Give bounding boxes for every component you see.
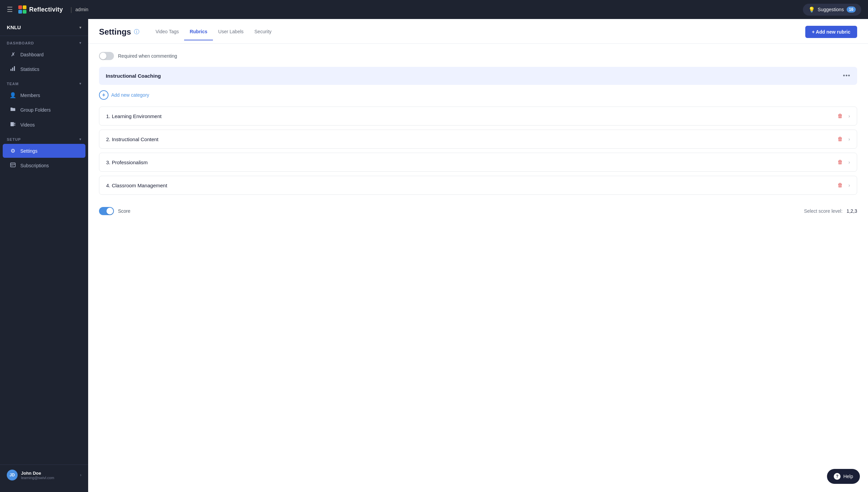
dashboard-section-chevron: ▾ bbox=[79, 41, 81, 45]
svg-rect-5 bbox=[14, 125, 15, 126]
content-body: Required when commenting Instructional C… bbox=[88, 44, 868, 492]
rubric-item-actions-3: 🗑 › bbox=[837, 159, 850, 165]
required-toggle[interactable] bbox=[99, 52, 114, 60]
tab-rubrics[interactable]: Rubrics bbox=[184, 29, 213, 40]
rubric-item-actions-1: 🗑 › bbox=[837, 113, 850, 119]
delete-icon-2[interactable]: 🗑 bbox=[837, 136, 843, 142]
rubric-category: Instructional Coaching ••• bbox=[99, 67, 857, 85]
score-toggle[interactable] bbox=[99, 207, 114, 215]
chevron-icon-4[interactable]: › bbox=[848, 183, 850, 188]
sidebar-section-label-team: TEAM bbox=[7, 82, 19, 86]
logo-sq-red bbox=[18, 5, 22, 9]
help-button[interactable]: ? Help bbox=[827, 469, 860, 484]
dashboard-icon: ✗ bbox=[9, 51, 16, 58]
score-level-value: 1,2,3 bbox=[847, 208, 857, 214]
topbar: ☰ Reflectivity | admin 💡 Suggestions 16 bbox=[0, 0, 868, 19]
rubric-item-3: 3. Professionalism 🗑 › bbox=[99, 153, 857, 172]
statistics-icon bbox=[9, 66, 16, 73]
logo: Reflectivity bbox=[18, 5, 63, 14]
tab-user-labels[interactable]: User Labels bbox=[213, 29, 249, 40]
score-label: Score bbox=[118, 208, 131, 214]
lightbulb-icon: 💡 bbox=[808, 6, 815, 13]
setup-section-chevron: ▾ bbox=[79, 137, 81, 141]
chevron-icon-3[interactable]: › bbox=[848, 159, 850, 165]
sidebar-item-label-members: Members bbox=[20, 93, 40, 98]
svg-rect-3 bbox=[11, 122, 14, 126]
chevron-icon-1[interactable]: › bbox=[848, 113, 850, 119]
sidebar-item-settings[interactable]: ⚙ Settings bbox=[3, 144, 85, 158]
help-icon: ? bbox=[834, 473, 841, 480]
sidebar-item-dashboard[interactable]: ✗ Dashboard bbox=[3, 48, 85, 61]
topbar-divider: | bbox=[71, 6, 72, 13]
rubric-item-2: 2. Instructional Content 🗑 › bbox=[99, 130, 857, 149]
videos-icon bbox=[9, 121, 16, 128]
brand-name: Reflectivity bbox=[29, 6, 63, 13]
suggestions-button[interactable]: 💡 Suggestions 16 bbox=[803, 4, 861, 16]
add-category-plus-icon: + bbox=[99, 90, 108, 100]
required-label: Required when commenting bbox=[118, 53, 177, 59]
svg-rect-8 bbox=[11, 165, 12, 166]
category-menu-icon[interactable]: ••• bbox=[843, 72, 850, 79]
logo-sq-blue bbox=[18, 10, 22, 14]
group-folders-icon bbox=[9, 107, 16, 113]
title-area: Settings ⓘ bbox=[99, 27, 139, 42]
sidebar: KNLU ▾ DASHBOARD ▾ ✗ Dashboard Statistic… bbox=[0, 19, 88, 492]
score-level-label: Select score level: bbox=[804, 208, 843, 214]
sidebar-section-label-setup: SETUP bbox=[7, 137, 21, 141]
tab-video-tags[interactable]: Video Tags bbox=[150, 29, 184, 40]
rubric-item-name-1: 1. Learning Environment bbox=[106, 113, 161, 119]
sidebar-section-label-dashboard: DASHBOARD bbox=[7, 41, 34, 45]
sidebar-item-label-videos: Videos bbox=[20, 122, 35, 128]
user-name: John Doe bbox=[21, 471, 54, 476]
subscriptions-icon bbox=[9, 162, 16, 169]
tab-security[interactable]: Security bbox=[249, 29, 277, 40]
delete-icon-1[interactable]: 🗑 bbox=[837, 113, 843, 119]
logo-sq-green bbox=[23, 10, 26, 14]
rubric-item-name-4: 4. Classroom Management bbox=[106, 183, 167, 188]
sidebar-org[interactable]: KNLU ▾ bbox=[0, 19, 88, 36]
sidebar-footer[interactable]: JD John Doe learning@swivl.com › bbox=[0, 465, 88, 485]
svg-rect-6 bbox=[11, 163, 15, 167]
sidebar-section-dashboard[interactable]: DASHBOARD ▾ bbox=[0, 36, 88, 47]
add-category-label: Add new category bbox=[111, 92, 149, 98]
suggestions-label: Suggestions bbox=[818, 7, 844, 12]
content: Settings ⓘ Video Tags Rubrics User Label… bbox=[88, 19, 868, 492]
avatar: JD bbox=[7, 470, 18, 480]
rubric-item-actions-2: 🗑 › bbox=[837, 136, 850, 142]
sidebar-item-group-folders[interactable]: Group Folders bbox=[3, 103, 85, 117]
members-icon: 👤 bbox=[9, 92, 16, 98]
sidebar-section-setup[interactable]: SETUP ▾ bbox=[0, 132, 88, 144]
main-layout: KNLU ▾ DASHBOARD ▾ ✗ Dashboard Statistic… bbox=[0, 19, 868, 492]
rubric-item-actions-4: 🗑 › bbox=[837, 182, 850, 188]
sidebar-footer-chevron-icon: › bbox=[80, 473, 81, 477]
chevron-icon-2[interactable]: › bbox=[848, 136, 850, 142]
required-toggle-row: Required when commenting bbox=[99, 52, 857, 60]
sidebar-item-statistics[interactable]: Statistics bbox=[3, 62, 85, 76]
logo-sq-yellow bbox=[23, 5, 26, 9]
svg-rect-0 bbox=[11, 69, 12, 71]
svg-rect-1 bbox=[12, 68, 13, 71]
sidebar-item-label-statistics: Statistics bbox=[20, 67, 39, 72]
delete-icon-3[interactable]: 🗑 bbox=[837, 159, 843, 165]
delete-icon-4[interactable]: 🗑 bbox=[837, 182, 843, 188]
content-tabs: Video Tags Rubrics User Labels Security bbox=[150, 29, 805, 40]
sidebar-item-members[interactable]: 👤 Members bbox=[3, 88, 85, 102]
rubric-item-1: 1. Learning Environment 🗑 › bbox=[99, 107, 857, 126]
sidebar-item-videos[interactable]: Videos bbox=[3, 118, 85, 132]
org-name: KNLU bbox=[7, 24, 21, 30]
rubric-item-name-3: 3. Professionalism bbox=[106, 159, 148, 165]
sidebar-item-label-subscriptions: Subscriptions bbox=[20, 163, 49, 168]
suggestions-badge: 16 bbox=[847, 6, 856, 13]
add-category-row[interactable]: + Add new category bbox=[99, 90, 857, 100]
category-name: Instructional Coaching bbox=[106, 73, 161, 79]
score-row: Score Select score level: 1,2,3 bbox=[99, 202, 857, 215]
svg-rect-9 bbox=[13, 165, 13, 166]
sidebar-item-label-group-folders: Group Folders bbox=[20, 107, 51, 113]
add-rubric-button[interactable]: + Add new rubric bbox=[805, 26, 857, 38]
sidebar-section-team[interactable]: TEAM ▾ bbox=[0, 77, 88, 88]
rubric-item-name-2: 2. Instructional Content bbox=[106, 136, 158, 142]
hamburger-icon[interactable]: ☰ bbox=[7, 5, 13, 14]
sidebar-item-subscriptions[interactable]: Subscriptions bbox=[3, 158, 85, 173]
info-icon[interactable]: ⓘ bbox=[134, 29, 139, 36]
rubric-item-4: 4. Classroom Management 🗑 › bbox=[99, 176, 857, 195]
